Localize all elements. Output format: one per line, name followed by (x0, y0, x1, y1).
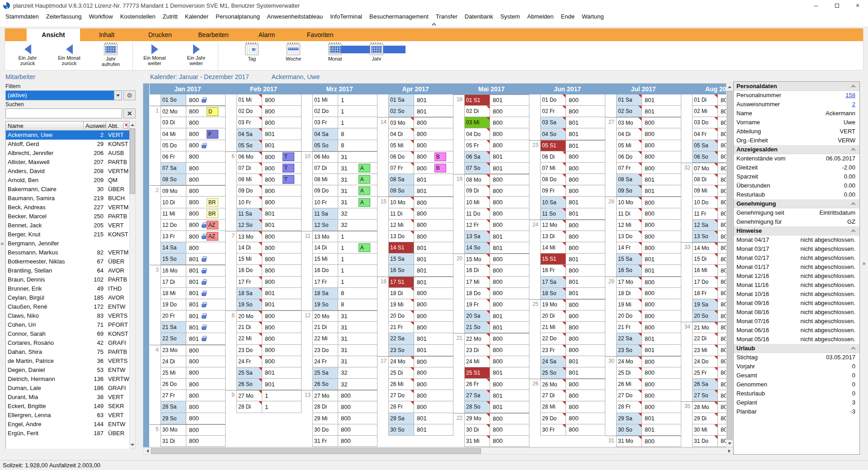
calendar-day-cell[interactable]: 11 So (540, 208, 566, 220)
tab-bearbeiten[interactable]: Bearbeiten (187, 28, 240, 41)
calendar-day-cell[interactable]: 27 So (692, 390, 718, 401)
calendar-day-cell[interactable]: 06 Do (616, 151, 642, 163)
calendar-day-cell[interactable]: 16 Mo (160, 265, 186, 276)
calendar-value-cell[interactable]: 801 (566, 288, 605, 299)
calendar-day-cell[interactable]: 12 Do (160, 220, 186, 231)
calendar-value-cell[interactable]: 800 (490, 333, 529, 344)
calendar-value-cell[interactable]: 31 (338, 310, 377, 322)
calendar-day-cell[interactable]: 30 So (388, 424, 414, 436)
calendar-value-cell[interactable]: 801 (262, 208, 302, 220)
calendar-day-cell[interactable]: 16 Do (236, 265, 262, 276)
calendar-value-cell[interactable]: 800 (262, 333, 302, 344)
calendar-day-cell[interactable]: 03 Fr (312, 117, 338, 128)
toolbar-button-ein-monat-zurück[interactable]: Ein Monat zurück (48, 42, 90, 70)
close-button[interactable]: × (847, 0, 868, 11)
calendar-day-cell[interactable]: 16 Di (464, 265, 490, 276)
calendar-value-cell[interactable]: 800 (490, 220, 529, 231)
calendar-value-cell[interactable]: 800 (642, 163, 681, 174)
calendar-day-cell[interactable]: 11 Di (388, 208, 414, 220)
calendar-value-cell[interactable]: 8 (338, 288, 377, 299)
calendar-day-cell[interactable]: 10 Mo (616, 197, 642, 208)
calendar-day-cell[interactable]: 15 Mi (312, 254, 338, 265)
employee-row[interactable]: Bakermann, Claire30ÜBER (6, 185, 129, 194)
calendar-value-cell[interactable]: 800 (414, 299, 453, 310)
calendar-value-cell[interactable]: 800 (642, 242, 681, 254)
calendar-day-cell[interactable]: 16 Do (312, 265, 338, 276)
calendar-value-cell[interactable]: 801 (186, 322, 226, 333)
calendar-day-cell[interactable]: 05 Do (160, 140, 186, 151)
employee-list-scrollbar[interactable] (129, 121, 136, 449)
calendar-value-cell[interactable]: 800 (262, 185, 302, 197)
calendar-value-cell[interactable]: 801 (718, 390, 726, 401)
filter-dropdown[interactable]: (aktive) (5, 90, 122, 100)
section-header-personaldaten[interactable]: Personaldaten (734, 82, 859, 91)
calendar-day-cell[interactable]: 28 Fr (616, 401, 642, 413)
calendar-day-cell[interactable]: 10 Do (692, 197, 718, 208)
menu-item-ende[interactable]: Ende (557, 12, 578, 21)
calendar-day-cell[interactable]: 07 So (464, 163, 490, 174)
calendar-value-cell[interactable]: 801 (490, 231, 529, 242)
calendar-value-cell[interactable]: 801 (490, 163, 529, 174)
calendar-day-cell[interactable]: 23 Do (236, 345, 262, 356)
calendar-value-cell[interactable]: 801 (642, 174, 681, 185)
calendar-day-cell[interactable]: 19 Mo (540, 299, 566, 310)
calendar-day-cell[interactable]: 07 Sa (160, 163, 186, 174)
scrollbar-thumb[interactable] (151, 448, 481, 454)
calendar-value-cell[interactable]: 800D (186, 106, 226, 117)
calendar-day-cell[interactable]: 24 Mi (464, 356, 490, 367)
calendar-value-cell[interactable]: 800 (262, 197, 302, 208)
calendar-day-cell[interactable]: 02 Mi (692, 106, 718, 117)
calendar-value-cell[interactable]: 800 (338, 436, 377, 447)
toolbar-button-woche[interactable]: Woche (273, 42, 314, 70)
calendar-day-cell[interactable]: 23 Mi (692, 345, 718, 356)
employee-row[interactable]: Bergmann, Jennifer (6, 239, 129, 248)
calendar-value-cell[interactable]: 801 (414, 277, 453, 288)
calendar-day-cell[interactable]: 21 Di (236, 322, 262, 333)
calendar-value-cell[interactable]: 800T (262, 174, 302, 185)
calendar-day-cell[interactable]: 23 Mo (160, 345, 186, 356)
calendar-day-cell[interactable]: 27 Di (540, 390, 566, 401)
calendar-value-cell[interactable]: 800 (718, 117, 726, 128)
calendar-value-cell[interactable]: 800 (186, 424, 226, 436)
detail-value[interactable]: 2 (852, 100, 855, 109)
employee-row[interactable]: Anders, David208VERTM (6, 167, 129, 176)
calendar-value-cell[interactable]: 800 (718, 208, 726, 220)
calendar-day-cell[interactable]: 29 Do (540, 413, 566, 424)
scrollbar-thumb[interactable] (130, 128, 135, 194)
calendar-value-cell[interactable]: 800 (642, 128, 681, 140)
calendar-value-cell[interactable]: 800 (186, 242, 226, 254)
calendar-vertical-scrollbar[interactable] (726, 83, 733, 447)
calendar-day-cell[interactable]: 14 S1 (388, 242, 414, 254)
calendar-day-cell[interactable]: 26 Do (160, 379, 186, 390)
calendar-day-cell[interactable]: 01 Sa (616, 94, 642, 106)
calendar-value-cell[interactable]: 801 (490, 401, 529, 413)
calendar-day-cell[interactable]: 13 Mo (312, 231, 338, 242)
calendar-value-cell[interactable]: 801 (414, 254, 453, 265)
calendar-day-cell[interactable]: 28 Sa (160, 401, 186, 413)
calendar-value-cell[interactable]: 8 (338, 140, 377, 151)
calendar-value-cell[interactable]: 800 (642, 367, 681, 379)
calendar-day-cell[interactable]: 08 Mi (312, 174, 338, 185)
calendar-value-cell[interactable]: 800 (414, 231, 453, 242)
calendar-value-cell[interactable]: 800 (566, 220, 605, 231)
scrollbar-thumb[interactable] (727, 91, 732, 440)
calendar-day-cell[interactable]: 02 Do (312, 106, 338, 117)
calendar-day-cell[interactable]: 10 Mi (464, 197, 490, 208)
calendar-value-cell[interactable]: 31A (338, 197, 377, 208)
calendar-day-cell[interactable]: 17 Do (692, 277, 718, 288)
calendar-value-cell[interactable]: 800 (490, 436, 529, 447)
calendar-day-cell[interactable]: 27 Do (388, 390, 414, 401)
calendar-day-cell[interactable]: 23 Di (464, 345, 490, 356)
calendar-day-cell[interactable]: 25 Sa (312, 367, 338, 379)
calendar-day-cell[interactable]: 09 Mo (160, 185, 186, 197)
calendar-value-cell[interactable]: 801 (262, 379, 302, 390)
calendar-day-cell[interactable]: 17 Sa (540, 277, 566, 288)
calendar-value-cell[interactable]: 800 (262, 310, 302, 322)
calendar-day-cell[interactable]: 07 Fr (388, 163, 414, 174)
calendar-day-cell[interactable]: 20 Mo (312, 310, 338, 322)
calendar-value-cell[interactable]: 801 (186, 288, 226, 299)
calendar-day-cell[interactable]: 03 Mi (464, 117, 490, 128)
scroll-down-button[interactable] (130, 442, 135, 448)
calendar-value-cell[interactable]: 800 (566, 401, 605, 413)
calendar-day-cell[interactable]: 11 Di (616, 208, 642, 220)
